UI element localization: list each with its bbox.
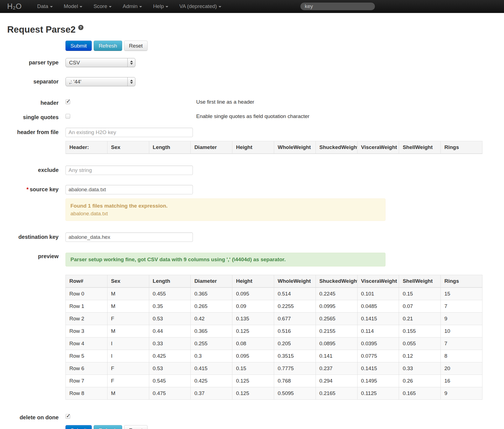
reset-button[interactable]: Reset [124,425,148,429]
table-cell: 0.1415 [357,362,399,375]
files-matching-alert-filename: abalone.data.txt [70,210,380,218]
preview-column-cell: ShellWeight [399,275,441,288]
submit-button[interactable]: Submit [65,425,92,429]
table-cell: 0.255 [191,338,232,350]
preview-column-cell: Rings [441,275,482,288]
navbar-menu-item[interactable]: Data [32,0,58,13]
navbar-menu-item-label: VA (deprecated) [179,3,217,9]
table-cell: 0.125 [232,375,274,387]
table-cell: 0.155 [399,325,441,338]
caret-down-icon [166,6,168,7]
form-row-delete-on-done: delete on done ✓ [7,413,497,421]
destination-key-input[interactable] [65,232,193,242]
table-cell: 20 [441,362,482,375]
table-cell: 8 [441,350,482,362]
table-cell: 0.35 [149,300,191,313]
header-column-cell: ShuckedWeight [316,141,357,154]
caret-down-icon [139,6,142,7]
table-cell: 0.425 [149,350,191,362]
table-row: Row 0M0.4550.3650.0950.5140.22450.1010.1… [66,287,482,300]
table-cell: 0.53 [149,362,191,375]
navbar-menu-item-label: Admin [123,3,138,9]
table-cell: M [107,325,149,338]
separator-select[interactable]: ,: '44' [65,77,135,86]
check-icon: ✓ [66,412,71,419]
navbar-menu-item[interactable]: Score [88,0,117,13]
caret-down-icon [219,6,221,7]
delete-on-done-checkbox[interactable]: ✓ [65,414,70,419]
table-cell: 0.44 [149,325,191,338]
header-from-file-input[interactable] [65,128,193,137]
header-column-cell: Sex [107,141,149,154]
table-cell: 0.21 [399,313,441,325]
preview-column-cell: Diameter [191,275,232,288]
table-cell: 0.0395 [357,338,399,350]
table-cell: 0.415 [191,362,232,375]
table-cell: 0.33 [149,338,191,350]
preview-column-cell: WholeWeight [274,275,316,288]
header-column-cell: WholeWeight [274,141,316,154]
table-cell: 0.165 [399,387,441,400]
table-cell: I [107,338,149,350]
table-cell: M [107,387,149,400]
main-content: Request Parse2 ? Submit Refresh Reset pa… [0,25,504,429]
form-row-single-quotes: single quotes ✓ Enable single quotes as … [7,113,497,121]
single-quotes-help-text: Enable single quotes as field quotation … [196,113,309,119]
table-cell: 0.514 [274,287,316,300]
caret-down-icon [80,6,82,7]
table-cell: F [107,362,149,375]
single-quotes-label: single quotes [7,113,59,121]
table-cell: 0.1415 [357,313,399,325]
caret-down-icon [50,6,53,7]
title-row: Request Parse2 ? [7,25,497,35]
preview-table: Row#SexLengthDiameterHeightWholeWeightSh… [65,275,482,400]
table-cell: Row 7 [66,375,107,387]
navbar-menu-item[interactable]: Model [58,0,88,13]
search-input[interactable] [300,2,375,11]
preview-column-cell: VisceraWeight [357,275,399,288]
bottom-button-row: Submit Refresh Reset [65,425,497,429]
source-key-label: *source key [7,185,59,193]
required-asterisk: * [27,186,29,192]
preview-label: preview [7,252,59,260]
header-checkbox[interactable]: ✓ [65,100,70,104]
table-cell: Row 1 [66,300,107,313]
refresh-button[interactable]: Refresh [94,41,122,51]
refresh-button[interactable]: Refresh [94,425,122,429]
parser-type-select[interactable]: CSV [65,58,135,67]
exclude-input[interactable] [65,166,193,175]
submit-button[interactable]: Submit [65,41,92,51]
single-quotes-checkbox[interactable]: ✓ [65,114,70,119]
table-cell: 0.15 [232,362,274,375]
top-button-row: Submit Refresh Reset [65,41,497,51]
table-cell: Row 3 [66,325,107,338]
source-key-input[interactable] [65,185,193,194]
navbar-menu-item-label: Data [37,3,48,9]
navbar-menu-item[interactable]: Admin [117,0,148,13]
navbar-menu-item[interactable]: Help [148,0,174,13]
table-cell: 0.15 [399,287,441,300]
table-cell: F [107,375,149,387]
separator-selected-value: ,: '44' [66,79,127,85]
preview-column-cell: Length [149,275,191,288]
table-cell: 10 [441,325,482,338]
table-cell: 0.141 [316,350,357,362]
navbar: H₂O Data Model Score Admin Hel [0,0,504,13]
table-cell: 0.365 [191,287,232,300]
reset-button[interactable]: Reset [124,41,148,51]
help-icon[interactable]: ? [78,25,83,30]
navbar-menu-item[interactable]: VA (deprecated) [174,0,227,13]
h2o-logo[interactable]: H₂O [7,2,22,11]
table-cell: 0.095 [232,287,274,300]
table-cell: 0.455 [149,287,191,300]
table-cell: 0.135 [232,313,274,325]
separator-label: separator [7,77,59,85]
check-icon: ✓ [66,98,71,104]
table-cell: 0.42 [191,313,232,325]
table-cell: 0.37 [191,387,232,400]
files-matching-alert: Found 1 files matching the expression. a… [65,198,385,221]
preview-column-cell: Sex [107,275,149,288]
table-cell: M [107,287,149,300]
header-from-file-label: header from file [7,128,59,135]
header-help-text: Use first line as a header [196,99,254,105]
